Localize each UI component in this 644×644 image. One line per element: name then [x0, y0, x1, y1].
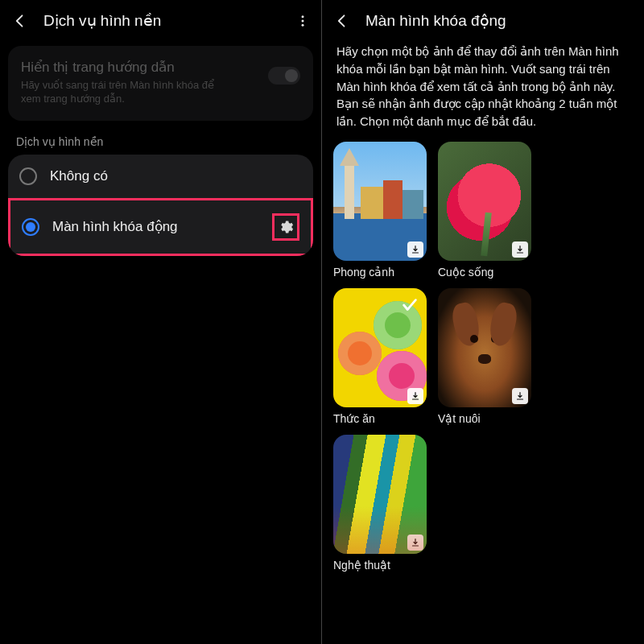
category-label: Phong cảnh	[333, 266, 427, 279]
settings-wallpaper-service-screen: Dịch vụ hình nền Hiển thị trang hướng dẫ…	[0, 0, 322, 644]
hint-title: Hiển thị trang hướng dẫn	[21, 59, 300, 76]
back-icon[interactable]	[333, 12, 351, 30]
dynamic-lockscreen-screen: Màn hình khóa động Hãy chọn một bộ ảnh đ…	[322, 0, 644, 644]
page-title: Dịch vụ hình nền	[43, 11, 161, 30]
category-thumb	[438, 142, 531, 261]
hint-toggle[interactable]	[268, 67, 300, 85]
radio-icon	[22, 218, 39, 236]
category-landscape[interactable]: Phong cảnh	[333, 142, 427, 279]
option-label: Không có	[50, 168, 108, 184]
option-label: Màn hình khóa động	[52, 218, 178, 235]
svg-point-1	[302, 19, 304, 22]
category-food[interactable]: Thức ăn	[333, 288, 427, 425]
option-dynamic-lockscreen[interactable]: Màn hình khóa động	[8, 198, 313, 256]
svg-point-0	[302, 15, 304, 18]
download-icon	[407, 242, 423, 258]
category-thumb	[333, 142, 427, 261]
download-icon	[512, 242, 528, 258]
description-text: Hãy chọn một bộ ảnh để thay đổi ảnh trên…	[322, 41, 644, 142]
download-icon	[512, 388, 528, 404]
category-pets[interactable]: Vật nuôi	[438, 288, 531, 425]
back-icon[interactable]	[11, 12, 29, 30]
category-thumb	[333, 288, 427, 407]
category-label: Vật nuôi	[438, 412, 531, 425]
section-label: Dịch vụ hình nền	[0, 129, 321, 155]
category-grid: Phong cảnh Cuộc sống Thức ăn	[322, 142, 644, 572]
category-label: Nghệ thuật	[333, 559, 427, 572]
gear-icon	[278, 219, 294, 235]
category-label: Cuộc sống	[438, 266, 531, 279]
option-none[interactable]: Không có	[8, 155, 313, 198]
svg-point-2	[302, 23, 304, 26]
radio-icon	[19, 167, 37, 185]
option-settings-button[interactable]	[272, 213, 299, 241]
download-icon	[407, 388, 423, 404]
more-icon[interactable]	[294, 12, 312, 30]
category-thumb	[438, 288, 531, 407]
hint-card: Hiển thị trang hướng dẫn Hãy vuốt sang t…	[8, 46, 313, 121]
category-art[interactable]: Nghệ thuật	[333, 435, 427, 572]
page-title: Màn hình khóa động	[365, 11, 506, 30]
header: Màn hình khóa động	[322, 0, 644, 41]
header: Dịch vụ hình nền	[0, 0, 321, 41]
category-life[interactable]: Cuộc sống	[438, 142, 531, 279]
check-icon	[401, 296, 419, 314]
category-label: Thức ăn	[333, 412, 427, 425]
hint-subtitle: Hãy vuốt sang trái trên Màn hình khóa để…	[21, 79, 230, 106]
service-options: Không có Màn hình khóa động	[8, 155, 313, 256]
download-icon	[407, 535, 423, 551]
category-thumb	[333, 435, 427, 554]
